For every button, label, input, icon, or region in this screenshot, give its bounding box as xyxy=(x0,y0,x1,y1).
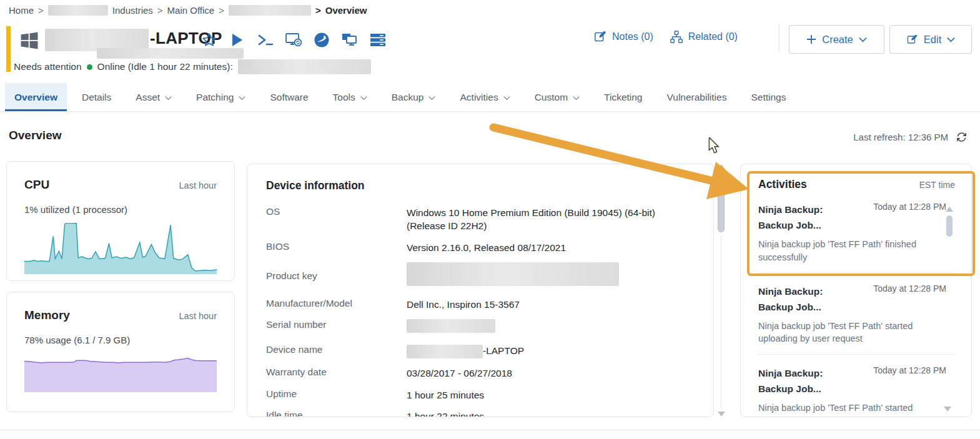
related-label: Related (0) xyxy=(688,31,738,42)
header-divider xyxy=(779,24,780,52)
server-stack-icon[interactable] xyxy=(369,31,387,49)
dual-monitors-icon[interactable] xyxy=(341,31,359,49)
tab-details[interactable]: Details xyxy=(72,83,121,111)
cpu-area-chart xyxy=(24,223,217,274)
tab-overview[interactable]: Overview xyxy=(5,83,67,111)
activity-item[interactable]: Ninja Backup:Backup Job... Today at 12:2… xyxy=(758,202,955,273)
activity-time: Today at 12:28 PM xyxy=(873,284,955,315)
os-value: Windows 10 Home Premium Edition (Build 1… xyxy=(407,206,694,233)
activities-scroll-up-arrow[interactable] xyxy=(946,207,953,212)
redacted-product-key xyxy=(407,262,619,286)
memory-card: Memory Last hour 78% usage (6.1 / 7.9 GB… xyxy=(6,292,235,412)
memory-usage-text: 78% usage (6.1 / 7.9 GB) xyxy=(24,335,217,345)
plus-icon xyxy=(806,34,816,44)
bios-value: Version 2.16.0, Released 08/17/2021 xyxy=(407,241,695,254)
breadcrumb-home[interactable]: Home xyxy=(9,5,34,16)
activities-card: Activities EST time Ninja Backup:Backup … xyxy=(740,164,972,417)
uptime-value: 1 hour 25 minutes xyxy=(407,388,695,402)
activities-timezone: EST time xyxy=(919,180,955,190)
last-refresh-text: Last refresh: 12:36 PM xyxy=(853,132,948,142)
scroll-up-arrow[interactable] xyxy=(718,164,725,169)
info-row-product-key: Product key xyxy=(266,262,695,289)
breadcrumb-org[interactable]: Industries xyxy=(112,5,153,16)
breadcrumb-separator: > xyxy=(219,5,224,16)
tab-asset[interactable]: Asset xyxy=(126,83,181,111)
activity-description: Ninja backup job 'Test FF Path' finished… xyxy=(758,238,955,264)
memory-card-title: Memory xyxy=(24,308,70,322)
remote-desktop-icon[interactable] xyxy=(285,31,302,49)
manufacturer-value: Dell Inc., Inspiron 15-3567 xyxy=(407,298,695,311)
online-status-dot xyxy=(87,64,92,70)
notes-label: Notes (0) xyxy=(612,31,653,42)
activity-description: Ninja backup job 'Test FF Path' started … xyxy=(758,320,955,345)
notes-link[interactable]: Notes (0) xyxy=(593,30,653,44)
refresh-icon[interactable] xyxy=(956,131,968,143)
redacted-device-subtitle xyxy=(97,48,244,59)
breadcrumb-current: Overview xyxy=(325,5,367,16)
tab-settings[interactable]: Settings xyxy=(741,83,795,111)
online-text: Online (Idle 1 hour 22 minutes): xyxy=(97,61,233,72)
scrollbar-track xyxy=(721,236,721,408)
page-title: Overview xyxy=(9,129,62,142)
edit-button-label: Edit xyxy=(924,34,941,46)
related-link[interactable]: Related (0) xyxy=(670,30,738,44)
related-items-icon xyxy=(670,30,683,44)
mouse-cursor xyxy=(708,137,721,154)
breadcrumb-separator: > xyxy=(315,5,321,16)
info-row-manufacturer: Manufacturer/Model Dell Inc., Inspiron 1… xyxy=(266,298,695,311)
info-row-os: OS Windows 10 Home Premium Edition (Buil… xyxy=(266,206,695,233)
tab-ticketing[interactable]: Ticketing xyxy=(595,83,651,111)
device-information-title: Device information xyxy=(266,179,695,192)
terminal-icon[interactable] xyxy=(257,31,274,49)
device-tab-bar: Overview Details Asset Patching Software… xyxy=(0,83,980,112)
activity-description: Ninja backup job 'Test FF Path' started … xyxy=(758,402,955,417)
scrollbar-thumb[interactable] xyxy=(718,172,725,232)
info-row-uptime: Uptime 1 hour 25 minutes xyxy=(266,388,695,402)
activity-divider xyxy=(758,354,955,355)
activity-item[interactable]: Ninja Backup:Backup Job... Today at 12:2… xyxy=(758,365,955,417)
chevron-down-icon xyxy=(503,96,510,101)
cpu-card-range: Last hour xyxy=(179,180,217,190)
info-row-device-name: Device name -LAPTOP xyxy=(266,344,695,358)
memory-area-chart xyxy=(24,353,217,392)
needs-attention-bar xyxy=(6,26,11,72)
favorite-star-icon[interactable] xyxy=(200,31,218,49)
windows-logo-icon xyxy=(19,30,40,51)
splashtop-icon[interactable] xyxy=(313,31,330,49)
redacted-device-name xyxy=(407,345,483,358)
status-text: Needs attention xyxy=(14,61,82,72)
info-row-serial: Serial number xyxy=(266,319,695,336)
tab-software[interactable]: Software xyxy=(260,83,317,111)
chevron-down-icon xyxy=(428,96,435,101)
activities-scrollbar-thumb[interactable] xyxy=(946,215,953,237)
activities-scroll-down-arrow[interactable] xyxy=(944,407,951,412)
device-name-value: -LAPTOP xyxy=(483,345,524,356)
activities-title: Activities xyxy=(758,178,807,191)
activity-divider xyxy=(758,272,955,273)
tab-vulnerabilities[interactable]: Vulnerabilities xyxy=(658,83,736,111)
cpu-card-title: CPU xyxy=(24,178,49,192)
chevron-down-icon xyxy=(859,37,867,42)
redacted-serial-number xyxy=(407,319,495,333)
breadcrumb-separator: > xyxy=(38,5,44,16)
tab-backup[interactable]: Backup xyxy=(382,83,445,111)
notes-icon xyxy=(593,30,607,44)
tab-activities[interactable]: Activities xyxy=(450,83,519,111)
activity-item[interactable]: Ninja Backup:Backup Job... Today at 12:2… xyxy=(758,284,955,355)
tab-custom[interactable]: Custom xyxy=(525,83,589,111)
chevron-down-icon xyxy=(239,96,245,101)
tab-patching[interactable]: Patching xyxy=(187,83,255,111)
activity-time: Today at 12:28 PM xyxy=(873,365,955,397)
edit-button[interactable]: Edit xyxy=(889,25,972,54)
content-scrollbar[interactable] xyxy=(716,164,727,417)
warranty-date-link[interactable]: 03/28/2017 - 06/27/2018 xyxy=(407,367,695,380)
chevron-down-icon xyxy=(165,96,172,101)
run-script-play-icon[interactable] xyxy=(229,31,246,49)
chevron-down-icon xyxy=(573,96,580,101)
tab-tools[interactable]: Tools xyxy=(324,83,377,111)
create-button[interactable]: Create xyxy=(789,25,884,54)
info-row-bios: BIOS Version 2.16.0, Released 08/17/2021 xyxy=(266,241,695,254)
scroll-down-arrow[interactable] xyxy=(718,412,725,417)
info-row-idle-time: Idle time 1 hour 22 minutes xyxy=(266,410,695,417)
breadcrumb-location[interactable]: Main Office xyxy=(167,5,215,16)
